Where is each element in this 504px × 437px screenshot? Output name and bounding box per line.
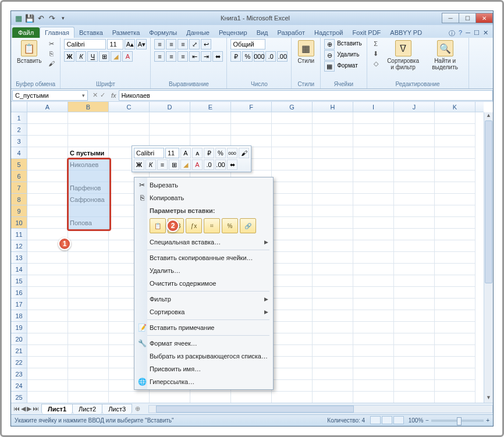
cell[interactable]: [394, 240, 435, 252]
cell[interactable]: [394, 136, 435, 147]
cell[interactable]: [353, 299, 394, 310]
scroll-up-icon[interactable]: ▲: [484, 112, 493, 120]
cell[interactable]: [435, 368, 475, 380]
number-format-input[interactable]: [230, 39, 265, 49]
cell[interactable]: [353, 159, 394, 170]
mini-border-icon[interactable]: ⊞: [169, 159, 179, 170]
cell[interactable]: [313, 333, 353, 345]
view-layout-icon[interactable]: [382, 416, 392, 424]
vertical-scrollbar[interactable]: ▲ ▼: [484, 112, 493, 403]
cell[interactable]: [272, 240, 313, 252]
cell[interactable]: [272, 136, 313, 147]
col-head-g[interactable]: G: [272, 102, 313, 112]
delete-cells-label[interactable]: Удалить: [336, 50, 360, 61]
row-head-17[interactable]: 17: [11, 299, 27, 310]
cell[interactable]: [272, 322, 313, 333]
ctx-paste-special[interactable]: Специальная вставка…▶: [136, 236, 272, 248]
wrap-text-icon[interactable]: ↩: [201, 39, 211, 49]
inc-decimal-icon[interactable]: .0: [265, 51, 276, 62]
cell[interactable]: [27, 124, 68, 136]
cell[interactable]: [68, 345, 109, 357]
cell[interactable]: [68, 380, 109, 392]
cell[interactable]: [394, 194, 435, 205]
cell[interactable]: [68, 310, 109, 322]
row-head-3[interactable]: 3: [11, 136, 27, 147]
row-head-6[interactable]: 6: [11, 170, 27, 182]
cell[interactable]: [313, 357, 353, 368]
mini-fontcolor-icon[interactable]: A: [192, 159, 203, 170]
cell[interactable]: [435, 252, 475, 264]
cell[interactable]: [272, 380, 313, 392]
cell[interactable]: [353, 380, 394, 392]
formula-input[interactable]: Николаев: [119, 90, 493, 101]
save-icon[interactable]: 💾: [24, 13, 35, 23]
ctx-cut[interactable]: ✂Вырезать: [136, 179, 272, 191]
cell[interactable]: [313, 368, 353, 380]
paste-opt-all[interactable]: 📋: [150, 218, 166, 233]
align-mid-icon[interactable]: ≡: [166, 39, 176, 49]
cell[interactable]: [435, 205, 475, 217]
cell[interactable]: [27, 299, 68, 310]
cell[interactable]: [68, 240, 109, 252]
cell[interactable]: [109, 112, 150, 124]
tab-layout[interactable]: Разметка: [108, 27, 145, 38]
cell[interactable]: [231, 124, 272, 136]
col-head-j[interactable]: J: [394, 102, 435, 112]
cell[interactable]: [353, 333, 394, 345]
cell[interactable]: [272, 287, 313, 299]
row-head-11[interactable]: 11: [11, 229, 27, 240]
tab-data[interactable]: Данные: [182, 27, 214, 38]
cell[interactable]: [68, 392, 109, 403]
cell[interactable]: С пустыми: [68, 147, 109, 159]
cell[interactable]: [68, 299, 109, 310]
cell[interactable]: [353, 368, 394, 380]
cell[interactable]: [313, 182, 353, 194]
cell[interactable]: [27, 345, 68, 357]
cell[interactable]: [435, 182, 475, 194]
cell[interactable]: [313, 392, 353, 403]
cell[interactable]: [27, 205, 68, 217]
cell[interactable]: [313, 380, 353, 392]
minimize-ribbon-icon[interactable]: ⓘ: [449, 29, 455, 38]
row-head-10[interactable]: 10: [11, 217, 27, 229]
cell[interactable]: [435, 287, 475, 299]
mini-merge-icon[interactable]: ⬌: [227, 159, 237, 170]
cell[interactable]: [313, 159, 353, 170]
cell[interactable]: [353, 357, 394, 368]
cell[interactable]: [353, 194, 394, 205]
file-tab[interactable]: Файл: [12, 27, 40, 38]
indent-dec-icon[interactable]: ⇤: [189, 51, 200, 62]
view-normal-icon[interactable]: [370, 416, 381, 424]
ctx-sort[interactable]: Сортировка▶: [136, 305, 272, 318]
cell[interactable]: [272, 159, 313, 170]
cell[interactable]: [394, 205, 435, 217]
cell[interactable]: [27, 217, 68, 229]
cell[interactable]: [435, 240, 475, 252]
row-head-15[interactable]: 15: [11, 275, 27, 287]
mini-dec-dec-icon[interactable]: .00: [215, 159, 226, 170]
cell[interactable]: [353, 345, 394, 357]
tab-review[interactable]: Рецензир: [214, 27, 252, 38]
fill-color-button[interactable]: ◢: [111, 51, 121, 62]
qat-dropdown-icon[interactable]: ▾: [58, 13, 68, 23]
dec-decimal-icon[interactable]: .00: [277, 51, 288, 62]
cell[interactable]: [313, 147, 353, 159]
cell[interactable]: [435, 275, 475, 287]
cell[interactable]: [272, 205, 313, 217]
cell[interactable]: [313, 170, 353, 182]
tab-addin[interactable]: Надстрой: [310, 27, 347, 38]
redo-icon[interactable]: ↷: [47, 13, 57, 23]
cell[interactable]: [353, 112, 394, 124]
mini-inc-dec-icon[interactable]: .0: [204, 159, 214, 170]
cell[interactable]: [394, 252, 435, 264]
cell[interactable]: [272, 147, 313, 159]
mini-font-size[interactable]: [165, 148, 179, 158]
name-box[interactable]: С_пустыми: [12, 90, 88, 101]
col-head-b[interactable]: B: [68, 102, 109, 112]
cell[interactable]: [353, 310, 394, 322]
cell[interactable]: [353, 217, 394, 229]
cell[interactable]: [272, 170, 313, 182]
fx-enter-icon[interactable]: ✓: [100, 91, 105, 99]
row-head-8[interactable]: 8: [11, 194, 27, 205]
tab-home[interactable]: Главная: [40, 27, 74, 38]
